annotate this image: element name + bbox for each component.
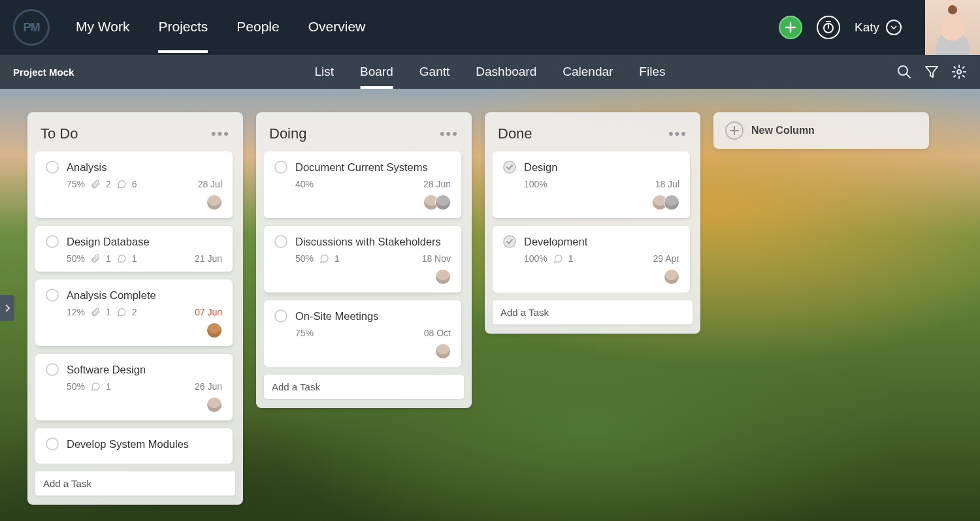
task-card[interactable]: Design100%18 Jul	[493, 151, 690, 218]
expand-sidebar-button[interactable]	[0, 295, 14, 321]
nav-items: My Work Projects People Overview	[76, 10, 365, 44]
search-button[interactable]	[896, 64, 912, 80]
status-toggle[interactable]	[46, 235, 59, 248]
task-date: 08 Oct	[424, 328, 451, 338]
chevron-right-icon	[5, 304, 10, 312]
add-button[interactable]	[779, 16, 802, 39]
comment-count: 1	[132, 253, 137, 264]
project-subnav: Project Mock List Board Gantt Dashboard …	[0, 55, 980, 89]
paperclip-icon	[90, 179, 101, 189]
task-date: 18 Nov	[422, 253, 451, 264]
board-column: To Do•••Analysis75%2628 JulDesign Databa…	[27, 112, 243, 505]
gear-icon	[951, 64, 967, 80]
task-card[interactable]: Software Design50%126 Jun	[35, 354, 233, 420]
nav-people[interactable]: People	[237, 19, 279, 53]
paperclip-icon	[90, 253, 101, 264]
chevron-down-icon	[886, 20, 902, 35]
task-card[interactable]: Analysis Complete12%1207 Jun	[35, 279, 233, 346]
column-menu-button[interactable]: •••	[668, 125, 687, 142]
nav-projects[interactable]: Projects	[158, 19, 208, 53]
attachment-count: 1	[106, 253, 111, 264]
column-menu-button[interactable]: •••	[211, 125, 230, 142]
card-list: Design100%18 JulDevelopment100%129 Apr	[493, 151, 693, 292]
comment-icon	[116, 253, 127, 264]
task-percent: 40%	[295, 179, 314, 189]
task-title: On-Site Meetings	[295, 310, 378, 323]
status-toggle[interactable]	[274, 309, 287, 323]
task-card[interactable]: Develop System Modules	[35, 428, 233, 464]
comment-count: 2	[132, 307, 137, 317]
status-toggle[interactable]	[46, 161, 59, 174]
settings-button[interactable]	[951, 64, 967, 80]
search-icon	[896, 64, 912, 80]
assignee-avatar	[664, 195, 679, 210]
filter-button[interactable]	[924, 64, 939, 80]
user-avatar[interactable]	[925, 0, 980, 55]
assignee-avatar	[435, 269, 451, 285]
task-date: 29 Apr	[653, 253, 679, 264]
task-percent: 50%	[295, 253, 314, 264]
task-title: Discussions with Stakeholders	[295, 236, 441, 248]
comment-count: 1	[568, 253, 574, 264]
tab-list[interactable]: List	[315, 55, 335, 89]
task-card[interactable]: Document Current Systems40%28 Jun	[264, 151, 461, 218]
card-list: Document Current Systems40%28 JunDiscuss…	[264, 151, 464, 367]
user-menu[interactable]: Katy	[855, 20, 902, 35]
user-name: Katy	[855, 20, 879, 35]
task-percent: 12%	[67, 307, 85, 317]
check-icon	[506, 163, 514, 171]
task-title: Development	[524, 236, 587, 248]
kanban-board: To Do•••Analysis75%2628 JulDesign Databa…	[0, 89, 980, 521]
task-card[interactable]: Development100%129 Apr	[493, 226, 690, 292]
assignee-avatar	[664, 269, 679, 285]
nav-my-work[interactable]: My Work	[76, 19, 129, 53]
task-card[interactable]: Design Database50%1121 Jun	[35, 226, 233, 272]
add-task-button[interactable]: Add a Task	[264, 375, 464, 399]
comment-icon	[90, 381, 101, 392]
task-percent: 75%	[295, 328, 314, 338]
project-title: Project Mock	[13, 67, 74, 78]
tab-calendar[interactable]: Calendar	[563, 55, 613, 89]
task-card[interactable]: On-Site Meetings75%08 Oct	[264, 300, 461, 367]
nav-overview[interactable]: Overview	[308, 19, 366, 53]
tab-board[interactable]: Board	[360, 55, 393, 89]
task-title: Software Design	[67, 364, 146, 376]
plus-icon	[785, 22, 796, 33]
status-toggle[interactable]	[274, 235, 287, 248]
task-date: 28 Jun	[423, 179, 451, 189]
task-card[interactable]: Discussions with Stakeholders50%118 Nov	[264, 226, 461, 292]
tab-dashboard[interactable]: Dashboard	[476, 55, 536, 89]
status-toggle[interactable]	[503, 161, 516, 174]
column-menu-button[interactable]: •••	[440, 125, 459, 142]
add-task-button[interactable]: Add a Task	[35, 471, 235, 496]
comment-icon	[319, 253, 329, 264]
assignee-avatar	[435, 195, 451, 210]
status-toggle[interactable]	[274, 161, 287, 174]
status-toggle[interactable]	[46, 289, 59, 302]
tab-files[interactable]: Files	[639, 55, 665, 89]
svg-point-2	[957, 70, 961, 74]
comment-count: 6	[132, 179, 137, 189]
task-card[interactable]: Analysis75%2628 Jul	[35, 151, 233, 218]
task-percent: 100%	[524, 253, 547, 264]
task-title: Analysis Complete	[67, 289, 156, 302]
task-percent: 100%	[524, 179, 547, 189]
task-title: Design Database	[67, 236, 150, 248]
new-column-button[interactable]: New Column	[713, 112, 929, 149]
assignee-avatar	[206, 397, 222, 413]
app-logo[interactable]: PM	[13, 9, 50, 46]
new-column-label: New Column	[751, 125, 815, 136]
column-title: Doing	[269, 125, 306, 142]
status-toggle[interactable]	[46, 437, 59, 450]
attachment-count: 1	[106, 307, 111, 317]
tab-gantt[interactable]: Gantt	[419, 55, 449, 89]
task-date: 21 Jun	[195, 253, 222, 264]
timer-button[interactable]	[817, 16, 840, 39]
comment-icon	[116, 179, 127, 189]
task-date: 28 Jul	[198, 179, 222, 189]
add-task-button[interactable]: Add a Task	[493, 300, 693, 324]
task-title: Design	[524, 161, 557, 174]
plus-icon	[725, 121, 743, 140]
status-toggle[interactable]	[46, 363, 59, 376]
status-toggle[interactable]	[503, 235, 516, 248]
